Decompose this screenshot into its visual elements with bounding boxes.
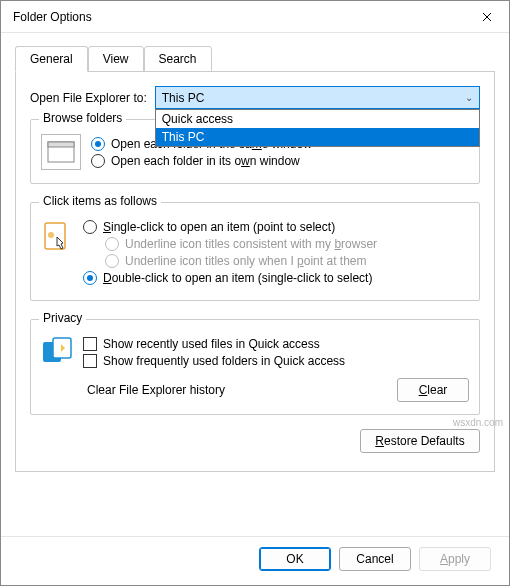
radio-icon: [105, 237, 119, 251]
apply-button[interactable]: Apply: [419, 547, 491, 571]
single-click-radio[interactable]: Single-click to open an item (point to s…: [83, 220, 469, 234]
clear-history-label: Clear File Explorer history: [87, 383, 225, 397]
tab-view[interactable]: View: [88, 46, 144, 72]
open-explorer-label: Open File Explorer to:: [30, 91, 147, 105]
tabstrip: General View Search: [15, 46, 495, 72]
restore-defaults-button[interactable]: Restore Defaults: [360, 429, 480, 453]
open-explorer-dropdown: Quick access This PC: [155, 109, 480, 147]
browse-folders-legend: Browse folders: [39, 111, 126, 125]
privacy-legend: Privacy: [39, 311, 86, 325]
watermark: wsxdn.com: [453, 417, 503, 428]
double-click-label: Double-click to open an item (single-cli…: [103, 271, 372, 285]
browse-folders-icon: [41, 134, 81, 170]
folder-options-dialog: Folder Options General View Search Open …: [0, 0, 510, 586]
radio-icon: [91, 137, 105, 151]
window-title: Folder Options: [13, 10, 464, 24]
open-explorer-option-this-pc[interactable]: This PC: [156, 128, 479, 146]
open-explorer-selected: This PC: [162, 91, 205, 105]
close-button[interactable]: [464, 1, 509, 33]
window-icon: [47, 141, 75, 163]
click-items-group: Click items as follows Single-click to o…: [30, 202, 480, 301]
close-icon: [482, 12, 492, 22]
recent-files-label: Show recently used files in Quick access: [103, 337, 320, 351]
svg-rect-1: [48, 142, 74, 147]
chevron-down-icon: ⌄: [465, 92, 473, 103]
svg-point-3: [48, 232, 54, 238]
recent-files-checkbox[interactable]: Show recently used files in Quick access: [83, 337, 469, 351]
titlebar: Folder Options: [1, 1, 509, 33]
freq-folders-checkbox[interactable]: Show frequently used folders in Quick ac…: [83, 354, 469, 368]
single-click-label: Single-click to open an item (point to s…: [103, 220, 335, 234]
radio-icon: [83, 271, 97, 285]
checkbox-icon: [83, 337, 97, 351]
cancel-button[interactable]: Cancel: [339, 547, 411, 571]
underline-point-radio: Underline icon titles only when I point …: [105, 254, 469, 268]
click-items-legend: Click items as follows: [39, 194, 161, 208]
tab-general[interactable]: General: [15, 46, 88, 72]
radio-icon: [83, 220, 97, 234]
dialog-body: General View Search Open File Explorer t…: [1, 33, 509, 536]
clear-button[interactable]: Clear: [397, 378, 469, 402]
dialog-buttons: OK Cancel Apply: [1, 536, 509, 585]
click-icon: [41, 221, 73, 253]
radio-icon: [91, 154, 105, 168]
checkbox-icon: [83, 354, 97, 368]
underline-browser-radio: Underline icon titles consistent with my…: [105, 237, 469, 251]
open-explorer-row: Open File Explorer to: This PC ⌄ Quick a…: [30, 86, 480, 109]
underline-point-label: Underline icon titles only when I point …: [125, 254, 366, 268]
tab-search[interactable]: Search: [144, 46, 212, 72]
double-click-radio[interactable]: Double-click to open an item (single-cli…: [83, 271, 469, 285]
ok-button[interactable]: OK: [259, 547, 331, 571]
radio-icon: [105, 254, 119, 268]
open-explorer-option-quick-access[interactable]: Quick access: [156, 110, 479, 128]
privacy-group: Privacy Show recently used files in Quic…: [30, 319, 480, 415]
open-explorer-combo-wrap: This PC ⌄ Quick access This PC: [155, 86, 480, 109]
privacy-icon: [41, 336, 73, 368]
browse-own-window-label: Open each folder in its own window: [111, 154, 300, 168]
general-panel: Open File Explorer to: This PC ⌄ Quick a…: [15, 71, 495, 472]
open-explorer-combo[interactable]: This PC ⌄: [155, 86, 480, 109]
underline-browser-label: Underline icon titles consistent with my…: [125, 237, 377, 251]
browse-own-window-radio[interactable]: Open each folder in its own window: [91, 154, 469, 168]
freq-folders-label: Show frequently used folders in Quick ac…: [103, 354, 345, 368]
